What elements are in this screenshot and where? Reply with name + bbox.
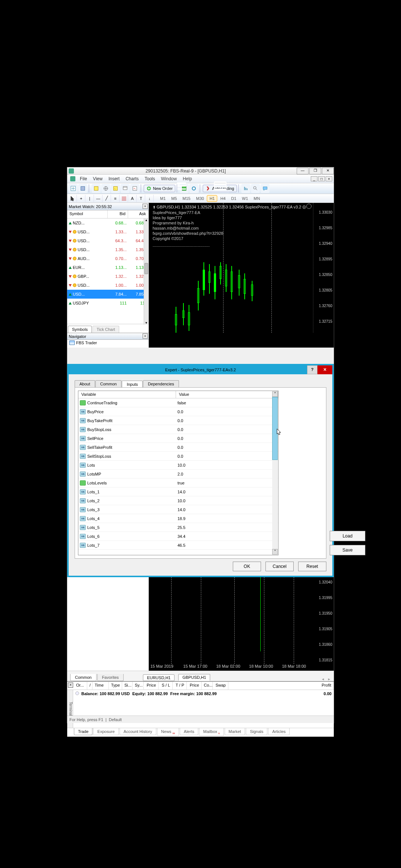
tab-about[interactable]: About — [75, 380, 95, 387]
ok-button[interactable]: OK — [233, 562, 261, 571]
scroll-up-icon[interactable]: ˄ — [272, 391, 278, 397]
strategy-tester-button[interactable] — [130, 184, 139, 193]
input-row[interactable]: vaLots_746.5 — [78, 541, 278, 550]
timeframe-h4[interactable]: H4 — [218, 195, 228, 202]
input-row[interactable]: vaLots_314.0 — [78, 505, 278, 514]
market-watch-row[interactable]: USD...7.84...7.85... — [67, 290, 149, 299]
new-chart-button[interactable] — [69, 184, 78, 193]
timeframe-h1[interactable]: H1 — [207, 195, 217, 202]
terminal-tab-articles[interactable]: Articles — [268, 728, 290, 735]
input-row[interactable]: vaLots_525.5 — [78, 523, 278, 532]
col-ask[interactable]: Ask — [128, 210, 149, 218]
market-watch-row[interactable]: USDJPY111111 — [67, 299, 149, 308]
search-button[interactable] — [251, 184, 260, 193]
timeframe-d1[interactable]: D1 — [229, 195, 239, 202]
chat-button[interactable] — [261, 184, 270, 193]
col-symbol[interactable]: Symbol — [67, 210, 108, 218]
tab-tick-chart[interactable]: Tick Chart — [92, 326, 119, 333]
terminal-col[interactable]: T / P — [173, 682, 187, 690]
terminal-col[interactable]: Or... — [74, 682, 87, 690]
market-watch-row[interactable]: EUR...1.13...1.13... — [67, 263, 149, 272]
mdi-max-button[interactable]: □ — [318, 176, 325, 181]
input-row[interactable]: vaLotsMP2.0 — [78, 470, 278, 479]
vline-tool[interactable]: | — [86, 195, 94, 202]
crosshair-tool[interactable]: + — [77, 195, 85, 202]
overlay-menu-icon[interactable] — [161, 177, 202, 194]
channel-tool[interactable]: ≡ — [111, 195, 120, 202]
terminal-col[interactable]: Si... — [122, 682, 133, 690]
menu-tools[interactable]: Tools — [142, 175, 158, 182]
hline-tool[interactable]: — — [94, 195, 102, 202]
market-watch-row[interactable]: NZD...0.68...0.68... — [67, 218, 149, 227]
tab-dependencies[interactable]: Dependencies — [143, 380, 179, 387]
save-button[interactable]: Save — [330, 545, 365, 555]
col-value[interactable]: Value — [176, 391, 278, 398]
navigator-close[interactable]: × — [143, 333, 148, 339]
tab-inputs[interactable]: Inputs — [122, 381, 143, 388]
terminal-col[interactable]: Time — [92, 682, 109, 690]
reset-button[interactable]: Reset — [298, 562, 326, 571]
arrows-tool[interactable]: ↓ — [146, 195, 154, 202]
input-row[interactable]: vaLots10.0 — [78, 461, 278, 470]
terminal-col[interactable]: Price — [187, 682, 202, 690]
input-row[interactable]: vaSellTakeProfit0.0 — [78, 443, 278, 452]
market-watch-row[interactable]: USD...64.3...64.4... — [67, 236, 149, 245]
terminal-tab-trade[interactable]: Trade — [74, 728, 92, 735]
dialog-close-button[interactable]: × — [317, 365, 332, 374]
mdi-min-button[interactable]: _ — [311, 176, 317, 181]
terminal-tab-alerts[interactable]: Alerts — [180, 728, 198, 735]
input-row[interactable]: LotsLevelstrue — [78, 479, 278, 487]
terminal-col[interactable]: S / L — [159, 682, 173, 690]
minimize-button[interactable]: — — [297, 168, 309, 174]
terminal-tab-exposure[interactable]: Exposure — [93, 728, 118, 735]
terminal-col[interactable]: / — [87, 682, 92, 690]
dialog-titlebar[interactable]: Expert - SuplexPrices_tiger777-EAv3.2 ? … — [69, 365, 332, 374]
tab-common[interactable]: Common — [70, 674, 97, 681]
chart-tab-gbpusd[interactable]: GBPUSD,H1 — [178, 674, 210, 681]
menu-insert[interactable]: Insert — [105, 175, 123, 182]
timeframe-m30[interactable]: M30 — [193, 195, 206, 202]
timeframe-m1[interactable]: M1 — [157, 195, 168, 202]
profiles-button[interactable] — [78, 184, 87, 193]
trendline-tool[interactable]: ╱ — [103, 195, 111, 202]
navigator-button[interactable] — [101, 184, 110, 193]
grid-scroll-thumb[interactable] — [272, 397, 278, 460]
tab-common[interactable]: Common — [95, 380, 122, 387]
market-watch-row[interactable]: USD...1.00...1.00... — [67, 281, 149, 290]
lower-chart-area[interactable]: 1.320401.319951.319501.319051.318601.318… — [149, 577, 334, 671]
terminal-tab-news[interactable]: News 99 — [157, 728, 179, 736]
close-button[interactable]: ✕ — [322, 168, 334, 174]
terminal-col[interactable]: Swap — [213, 682, 228, 690]
cancel-button[interactable]: Cancel — [265, 562, 294, 571]
text-tool[interactable]: A — [128, 195, 137, 202]
menu-charts[interactable]: Charts — [123, 175, 141, 182]
market-watch-button[interactable] — [92, 184, 101, 193]
terminal-tab-market[interactable]: Market — [225, 728, 245, 735]
col-variable[interactable]: Variable — [78, 391, 176, 398]
terminal-tab-account-history[interactable]: Account History — [120, 728, 156, 735]
cursor-tool[interactable] — [69, 195, 77, 202]
zoom-tool-button[interactable] — [241, 184, 250, 193]
label-tool[interactable]: T — [137, 195, 145, 202]
input-row[interactable]: vaSellPrice0.0 — [78, 434, 278, 443]
overlay-keyboard-icon[interactable] — [212, 177, 229, 194]
timeframe-w1[interactable]: W1 — [239, 195, 251, 202]
navigator-item[interactable]: FBS Trader — [67, 340, 149, 346]
col-bid[interactable]: Bid — [108, 210, 128, 218]
terminal-tab-mailbox[interactable]: Mailbox 6 — [199, 728, 224, 736]
market-watch-row[interactable]: USD...1.33...1.33... — [67, 227, 149, 236]
tabs-scroll-right[interactable]: ► — [327, 677, 331, 681]
input-row[interactable]: ContinueTradingfalse — [78, 398, 278, 407]
grid-scrollbar[interactable]: ˄ ˅ — [272, 391, 278, 555]
tab-favorites[interactable]: Favorites — [97, 674, 124, 681]
mdi-close-button[interactable]: × — [326, 176, 332, 181]
input-row[interactable]: vaBuyStopLoss0.0 — [78, 425, 278, 434]
terminal-close[interactable]: × — [68, 683, 73, 688]
timeframe-mn[interactable]: MN — [251, 195, 263, 202]
terminal-col[interactable]: Type — [109, 682, 122, 690]
terminal-col[interactable]: Price — [144, 682, 159, 690]
terminal-button[interactable] — [121, 184, 130, 193]
terminal-tab-signals[interactable]: Signals — [246, 728, 267, 735]
scrollbar-thumb[interactable] — [144, 263, 148, 274]
market-watch-row[interactable]: AUD...0.70...0.70... — [67, 254, 149, 263]
